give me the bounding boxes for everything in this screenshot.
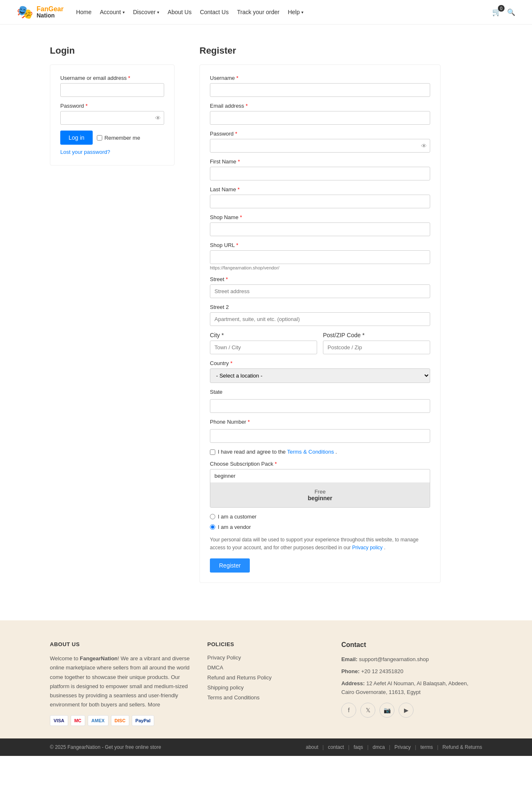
nav-help[interactable]: Help▾ <box>288 9 303 15</box>
reg-firstname-input[interactable] <box>210 167 430 180</box>
reg-phone-group: Phone Number * <box>210 419 430 443</box>
reg-password-wrap: 👁 <box>210 139 430 153</box>
free-store-link[interactable]: Get your free online store <box>105 744 161 750</box>
footer-link-dmca[interactable]: dmca <box>373 744 385 750</box>
contact-email-label: Email: <box>341 656 357 662</box>
logo-link[interactable]: 🎭 FanGear Nation <box>17 4 64 20</box>
vendor-radio[interactable] <box>210 524 215 530</box>
reg-email-label: Email address * <box>210 103 430 109</box>
payment-mastercard: MC <box>71 715 85 726</box>
password-label: Password * <box>60 103 164 109</box>
nav-account[interactable]: Account▾ <box>100 9 125 15</box>
social-facebook[interactable]: f <box>341 703 356 718</box>
terms-text: I have read and agree to the <box>218 449 287 455</box>
nav-contact[interactable]: Contact Us <box>200 9 229 15</box>
policy-shipping[interactable]: Shipping policy <box>207 684 244 691</box>
login-actions: Log in Remember me <box>60 131 164 145</box>
list-item: Shipping policy <box>207 684 325 691</box>
footer-link-terms[interactable]: terms <box>420 744 433 750</box>
nav-about[interactable]: About Us <box>167 9 192 15</box>
reg-state-input[interactable] <box>210 399 430 413</box>
social-instagram[interactable]: 📷 <box>379 703 394 718</box>
reg-state-label: State <box>210 389 430 395</box>
reg-eye-icon[interactable]: 👁 <box>421 143 427 149</box>
reg-city-label: City * <box>210 332 224 338</box>
reg-country-select[interactable]: - Select a location - <box>210 368 430 383</box>
reg-country-label: Country * <box>210 360 430 366</box>
footer-link-refund[interactable]: Refund & Returns <box>443 744 482 750</box>
reg-password-input[interactable] <box>210 139 430 153</box>
reg-street2-input[interactable] <box>210 312 430 326</box>
reg-lastname-input[interactable] <box>210 195 430 208</box>
policy-terms[interactable]: Terms and Conditions <box>207 694 260 701</box>
footer-link-privacy[interactable]: Privacy <box>394 744 411 750</box>
reg-country-group: Country * - Select a location - <box>210 360 430 383</box>
nav-home[interactable]: Home <box>76 9 91 15</box>
terms-link[interactable]: Terms & Conditions <box>287 449 334 455</box>
reg-shopurl-input[interactable] <box>210 250 430 264</box>
reg-username-input[interactable] <box>210 83 430 97</box>
subscription-option[interactable]: Free beginner <box>210 483 430 507</box>
password-input[interactable] <box>60 111 164 125</box>
help-chevron: ▾ <box>301 10 303 15</box>
reg-firstname-group: First Name * <box>210 158 430 180</box>
reg-zip-input[interactable] <box>323 341 430 354</box>
register-button[interactable]: Register <box>210 558 250 573</box>
reg-password-label: Password * <box>210 131 430 137</box>
copyright: © 2025 FangearNation - Get your free onl… <box>50 744 161 750</box>
main-content: Login Username or email address * Passwo… <box>0 25 532 604</box>
footer-link-faqs[interactable]: faqs <box>354 744 363 750</box>
nav-track[interactable]: Track your order <box>237 9 279 15</box>
username-group: Username or email address * <box>60 75 164 97</box>
reg-phone-input[interactable] <box>210 429 430 443</box>
reg-street-label: Street * <box>210 276 430 282</box>
footer-about: ABOUT US Welcome to FangearNation! We ar… <box>50 641 191 726</box>
reg-street2-label: Street 2 <box>210 304 430 310</box>
register-title: Register <box>200 45 441 56</box>
subscription-name-text: beginner <box>216 495 424 501</box>
register-section: Register Username * Email address * Pass… <box>200 45 441 583</box>
footer-link-contact[interactable]: contact <box>328 744 344 750</box>
password-group: Password * 👁 <box>60 103 164 125</box>
customer-radio-group: I am a customer <box>210 514 430 520</box>
reg-zip-group: Post/ZIP Code * <box>323 332 430 354</box>
footer-link-about[interactable]: about <box>306 744 318 750</box>
logo-bottom: Nation <box>37 12 64 19</box>
privacy-link[interactable]: Privacy policy <box>352 545 382 551</box>
eye-icon[interactable]: 👁 <box>155 115 161 121</box>
reg-street-group: Street * <box>210 276 430 298</box>
social-icons: f 𝕏 📷 ▶ <box>341 703 482 718</box>
nav-discover[interactable]: Discover▾ <box>133 9 159 15</box>
policy-privacy[interactable]: Privacy Policy <box>207 654 241 661</box>
reg-email-input[interactable] <box>210 111 430 125</box>
reg-city-input[interactable] <box>210 341 317 354</box>
main-nav: Home Account▾ Discover▾ About Us Contact… <box>76 9 492 15</box>
social-twitter[interactable]: 𝕏 <box>360 703 375 718</box>
login-button[interactable]: Log in <box>60 131 93 145</box>
search-icon[interactable]: 🔍 <box>507 8 515 16</box>
city-zip-row: City * Post/ZIP Code * <box>210 332 430 354</box>
logo-top: FanGear <box>37 5 64 13</box>
reg-shopname-input[interactable] <box>210 222 430 236</box>
subscription-label: Choose Subscription Pack * <box>210 461 430 467</box>
cart-icon[interactable]: 🛒 0 <box>492 7 501 17</box>
reg-shopurl-group: Shop URL * https://fangearnation.shop/ve… <box>210 242 430 270</box>
policy-refund[interactable]: Refund and Returns Policy <box>207 674 272 681</box>
password-wrap: 👁 <box>60 111 164 125</box>
contact-email: Email: support@fangearnation.shop <box>341 655 482 664</box>
reg-street-input[interactable] <box>210 284 430 298</box>
policy-dmca[interactable]: DMCA <box>207 664 223 671</box>
lost-password-link[interactable]: Lost your password? <box>60 149 164 155</box>
reg-state-group: State <box>210 389 430 413</box>
customer-radio[interactable] <box>210 514 215 519</box>
contact-email-value: support@fangearnation.shop <box>359 656 429 662</box>
username-input[interactable] <box>60 83 164 97</box>
reg-shopname-group: Shop Name * <box>210 214 430 236</box>
social-youtube[interactable]: ▶ <box>399 703 414 718</box>
vendor-label: I am a vendor <box>218 524 251 530</box>
remember-checkbox[interactable] <box>97 135 102 141</box>
terms-checkbox[interactable] <box>210 449 215 455</box>
subscription-free-text: Free <box>216 489 424 495</box>
reg-email-group: Email address * <box>210 103 430 125</box>
list-item: Privacy Policy <box>207 654 325 661</box>
